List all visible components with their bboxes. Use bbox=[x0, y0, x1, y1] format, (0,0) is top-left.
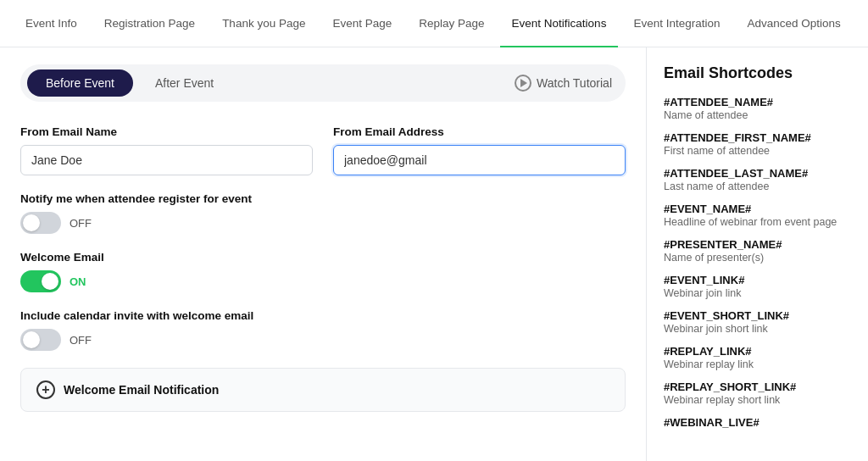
shortcode-item: #ATTENDEE_FIRST_NAME#First name of atten… bbox=[664, 131, 851, 157]
notify-switch-thumb bbox=[23, 214, 40, 231]
notify-switch-track bbox=[20, 212, 61, 234]
shortcode-desc: Webinar join link bbox=[664, 287, 851, 299]
shortcode-desc: Name of presenter(s) bbox=[664, 252, 851, 264]
shortcodes-list: #ATTENDEE_NAME#Name of attendee#ATTENDEE… bbox=[664, 96, 851, 429]
calendar-invite-switch-track bbox=[20, 329, 61, 351]
shortcode-item: #EVENT_SHORT_LINK#Webinar join short lin… bbox=[664, 309, 851, 335]
from-email-name-input[interactable] bbox=[20, 145, 313, 175]
notify-label: Notify me when attendee register for eve… bbox=[20, 192, 626, 205]
watch-tutorial-button[interactable]: Watch Tutorial bbox=[515, 75, 619, 92]
calendar-invite-switch-row: OFF bbox=[20, 329, 626, 351]
shortcode-desc: Webinar join short link bbox=[664, 323, 851, 335]
notify-switch[interactable] bbox=[20, 212, 61, 234]
nav-item-event-integration[interactable]: Event Integration bbox=[621, 0, 732, 47]
shortcode-desc: First name of attendee bbox=[664, 145, 851, 157]
calendar-invite-switch-thumb bbox=[23, 331, 40, 348]
top-navigation: Event InfoRegistration PageThank you Pag… bbox=[0, 0, 868, 47]
right-panel: Email Shortcodes #ATTENDEE_NAME#Name of … bbox=[646, 47, 868, 461]
toggle-bar-buttons: Before Event After Event bbox=[27, 69, 232, 97]
welcome-email-notification-bar[interactable]: + Welcome Email Notification bbox=[20, 368, 626, 412]
shortcode-item: #EVENT_LINK#Webinar join link bbox=[664, 274, 851, 299]
shortcode-item: #EVENT_NAME#Headline of webinar from eve… bbox=[664, 203, 851, 228]
nav-item-event-info[interactable]: Event Info bbox=[14, 0, 89, 47]
from-email-name-label: From Email Name bbox=[20, 125, 313, 138]
watch-tutorial-label: Watch Tutorial bbox=[537, 76, 612, 90]
welcome-email-switch-track bbox=[20, 270, 61, 292]
welcome-email-section: Welcome Email ON bbox=[20, 251, 626, 292]
welcome-email-switch[interactable] bbox=[20, 270, 61, 292]
shortcode-desc: Name of attendee bbox=[664, 109, 851, 121]
nav-item-thank-you-page[interactable]: Thank you Page bbox=[210, 0, 317, 47]
notify-switch-label: OFF bbox=[70, 217, 92, 230]
from-email-address-label: From Email Address bbox=[333, 125, 626, 138]
plus-icon: + bbox=[36, 380, 55, 399]
before-event-button[interactable]: Before Event bbox=[27, 69, 133, 97]
play-triangle bbox=[520, 79, 527, 87]
calendar-invite-switch[interactable] bbox=[20, 329, 61, 351]
after-event-button[interactable]: After Event bbox=[136, 69, 232, 97]
calendar-invite-switch-label: OFF bbox=[70, 334, 92, 347]
shortcode-item: #REPLAY_SHORT_LINK#Webinar replay short … bbox=[664, 380, 851, 406]
shortcode-key: #ATTENDEE_LAST_NAME# bbox=[664, 167, 851, 180]
shortcode-item: #ATTENDEE_NAME#Name of attendee bbox=[664, 96, 851, 121]
play-icon bbox=[515, 75, 531, 92]
email-fields-row: From Email Name From Email Address bbox=[20, 125, 626, 175]
shortcode-key: #REPLAY_LINK# bbox=[664, 345, 851, 358]
welcome-email-switch-thumb bbox=[42, 273, 58, 290]
shortcode-item: #PRESENTER_NAME#Name of presenter(s) bbox=[664, 238, 851, 264]
shortcode-desc: Webinar replay short link bbox=[664, 394, 851, 406]
nav-item-registration-page[interactable]: Registration Page bbox=[92, 0, 207, 47]
nav-item-event-page[interactable]: Event Page bbox=[320, 0, 403, 47]
welcome-email-switch-label: ON bbox=[70, 275, 86, 288]
shortcode-key: #REPLAY_SHORT_LINK# bbox=[664, 380, 851, 393]
shortcode-key: #ATTENDEE_FIRST_NAME# bbox=[664, 131, 851, 144]
shortcode-desc: Headline of webinar from event page bbox=[664, 216, 851, 228]
shortcode-item: #WEBINAR_LIVE# bbox=[664, 416, 851, 429]
from-email-address-group: From Email Address bbox=[333, 125, 626, 175]
shortcode-key: #PRESENTER_NAME# bbox=[664, 238, 851, 251]
shortcode-desc: Last name of attendee bbox=[664, 181, 851, 192]
event-toggle-bar: Before Event After Event Watch Tutorial bbox=[20, 64, 626, 102]
shortcode-key: #EVENT_SHORT_LINK# bbox=[664, 309, 851, 322]
shortcode-key: #WEBINAR_LIVE# bbox=[664, 416, 851, 429]
welcome-email-label: Welcome Email bbox=[20, 251, 626, 264]
notify-switch-row: OFF bbox=[20, 212, 626, 234]
shortcode-key: #ATTENDEE_NAME# bbox=[664, 96, 851, 108]
shortcode-key: #EVENT_LINK# bbox=[664, 274, 851, 286]
main-layout: Before Event After Event Watch Tutorial … bbox=[0, 47, 868, 461]
shortcodes-title: Email Shortcodes bbox=[664, 64, 851, 82]
shortcode-item: #REPLAY_LINK#Webinar replay link bbox=[664, 345, 851, 370]
shortcode-key: #EVENT_NAME# bbox=[664, 203, 851, 215]
left-panel: Before Event After Event Watch Tutorial … bbox=[0, 47, 646, 461]
nav-item-advanced-options[interactable]: Advanced Options bbox=[735, 0, 852, 47]
shortcode-desc: Webinar replay link bbox=[664, 358, 851, 370]
calendar-invite-section: Include calendar invite with welcome ema… bbox=[20, 309, 626, 351]
calendar-invite-label: Include calendar invite with welcome ema… bbox=[20, 309, 626, 322]
shortcode-item: #ATTENDEE_LAST_NAME#Last name of attende… bbox=[664, 167, 851, 192]
nav-item-replay-page[interactable]: Replay Page bbox=[407, 0, 496, 47]
from-email-name-group: From Email Name bbox=[20, 125, 313, 175]
notify-section: Notify me when attendee register for eve… bbox=[20, 192, 626, 234]
welcome-email-switch-row: ON bbox=[20, 270, 626, 292]
nav-item-event-notifications[interactable]: Event Notifications bbox=[500, 0, 619, 47]
from-email-address-input[interactable] bbox=[333, 145, 626, 175]
notification-bar-label: Welcome Email Notification bbox=[64, 383, 219, 397]
